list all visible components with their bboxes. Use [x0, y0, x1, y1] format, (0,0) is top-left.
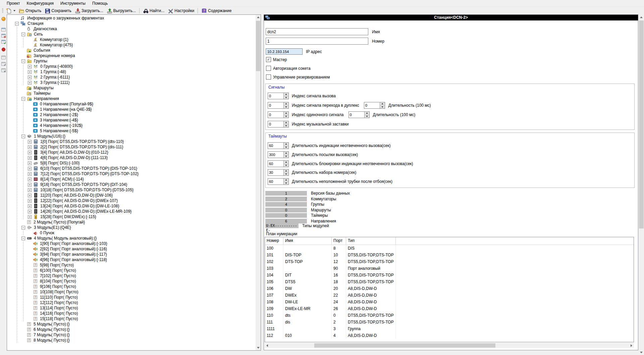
tree-item[interactable]: 1[90] Порт( Порт аналоговый):{-103} — [15, 241, 255, 246]
tree-scrollbar[interactable] — [256, 15, 261, 350]
expand-icon[interactable]: + — [28, 210, 32, 213]
expand-icon[interactable]: + — [28, 156, 32, 160]
horizontal-scrollbar[interactable] — [265, 343, 634, 348]
tree-item[interactable]: ?14[116] Порт( Пусто) — [15, 311, 255, 316]
upload-button[interactable]: Выгрузить... — [105, 7, 138, 14]
toolbar-grip[interactable] — [2, 8, 3, 13]
spin-up-icon[interactable] — [365, 112, 369, 115]
scroll-left-icon[interactable] — [265, 343, 270, 348]
spin-down-icon[interactable] — [284, 115, 288, 118]
spin-down-icon[interactable] — [284, 164, 288, 167]
expand-icon[interactable]: + — [28, 215, 32, 219]
table-row[interactable]: 1120104A8,DIS-D,DW-D — [265, 332, 634, 339]
tree-item[interactable]: +12[22] Порт( A8,DIS-D,DW-D):{DWEx-107} — [15, 198, 255, 203]
tree-item[interactable]: Запрещенные номера — [15, 53, 255, 58]
menu-item-1[interactable]: Проект — [3, 0, 23, 7]
call-signal-index-spinner[interactable]: 0 — [268, 93, 289, 99]
tree-item[interactable]: ?5 Модуль( Пусто):{} — [15, 321, 255, 327]
tree-item[interactable]: Коммутатор:{475} — [15, 42, 255, 48]
tree-item[interactable]: −4 Модуль( Модуль аналоговый):{} — [15, 236, 255, 241]
grid-gray-2-icon[interactable] — [1, 61, 6, 66]
table-row[interactable]: 102DTS-TOP12DTS5,DIS-TOP,DTS-TOP — [265, 258, 634, 265]
table-row[interactable]: 11113Группа — [265, 325, 634, 332]
scroll-down-icon[interactable] — [639, 350, 644, 355]
menu-item-3[interactable]: Инструменты — [57, 0, 89, 7]
scroll-down-icon[interactable] — [256, 345, 261, 350]
tree-item[interactable]: 0 Пучок — [15, 230, 255, 236]
call-send-duration-spinner[interactable]: 300 — [268, 151, 289, 158]
tree-item[interactable]: −3 Модуль(E1):{Q4E} — [15, 225, 255, 230]
tree-item[interactable]: −Группы — [15, 58, 255, 64]
expand-icon[interactable]: + — [28, 204, 32, 208]
tree-item[interactable]: −Сеть — [15, 32, 255, 37]
tree-item[interactable]: +10[18] Порт( DTS5,DIS-TOP,DTS-TOP):{DTS… — [15, 187, 255, 193]
tree-item[interactable]: +6[10] Порт( DTS5,DIS-TOP,DTS-TOP):{DIS-… — [15, 166, 255, 171]
scrollbar-thumb[interactable] — [639, 20, 644, 229]
column-header-1[interactable]: Номер — [265, 237, 283, 245]
expand-icon[interactable]: + — [28, 140, 32, 144]
tree-item[interactable]: 4 Направление:{-192$} — [15, 123, 255, 128]
tree-item[interactable]: ?12[112] Порт( Пусто) — [15, 300, 255, 305]
column-header-2[interactable]: Имя — [283, 237, 332, 245]
open-button[interactable]: Открыть — [17, 7, 43, 14]
tree-item[interactable]: +1[0] Порт( DTS5,DIS-TOP,DTS-TOP):{dts-1… — [15, 139, 255, 144]
expand-icon[interactable]: + — [28, 145, 32, 149]
expand-icon[interactable]: + — [28, 161, 32, 165]
spin-up-icon[interactable] — [284, 143, 288, 146]
tree-item[interactable]: ?9[106] Порт( Пусто) — [15, 284, 255, 289]
single-signal-index-spinner[interactable]: 0 — [268, 111, 289, 118]
tree-item[interactable]: ?7 Модуль( Пусто):{} — [15, 332, 255, 338]
scroll-right-icon[interactable] — [629, 343, 634, 348]
spin-up-icon[interactable] — [284, 93, 288, 96]
status-lamp-icon[interactable] — [1, 16, 6, 21]
spin-up-icon[interactable] — [284, 121, 288, 124]
tree-item[interactable]: +14[26] Порт( A8,DIS-D,DW-D):{DWEx-LE-MR… — [15, 209, 255, 214]
spin-down-icon[interactable] — [284, 173, 288, 176]
record-icon[interactable] — [1, 47, 6, 52]
collapse-icon[interactable]: − — [21, 97, 25, 101]
table-row[interactable]: 105DTS518DTS5,DIS-TOP,DTS-TOP — [265, 278, 634, 285]
expand-icon[interactable]: + — [28, 188, 32, 192]
tree-item[interactable]: +11[20] Порт( A8,DIS-D,DW-D):{DW-106} — [15, 193, 255, 198]
expand-icon[interactable]: + — [28, 81, 32, 85]
tree-item[interactable]: −1 Модуль(U16):{} — [15, 134, 255, 139]
tree-item[interactable]: Маршруты — [15, 85, 255, 91]
tree-item[interactable]: ?6[100] Порт( Пусто) — [15, 268, 255, 273]
tree-item[interactable]: ?8 Модуль( Пусто):{} — [15, 338, 255, 343]
spin-up-icon[interactable] — [284, 161, 288, 164]
tree-item[interactable]: +9[16] Порт( DTS5,DIS-TOP,DTS-TOP):{DIT-… — [15, 182, 255, 187]
spin-down-icon[interactable] — [284, 124, 288, 128]
table-row[interactable]: 111dis2DTS5,DIS-TOP,DTS-TOP — [265, 319, 634, 325]
single-duration-spinner[interactable]: 0 — [348, 111, 370, 118]
tree-item[interactable]: +15[28] Порт( DW;DWEx):{-115} — [15, 214, 255, 219]
collapse-icon[interactable]: − — [21, 59, 25, 63]
expand-icon[interactable]: + — [28, 178, 32, 181]
duplex-duration-spinner[interactable]: 0 — [364, 102, 385, 109]
scrollbar-thumb[interactable] — [314, 343, 495, 348]
table-red-icon[interactable] — [1, 33, 6, 38]
tree-item[interactable]: +1 Группа:{-48} — [15, 69, 255, 74]
spin-down-icon[interactable] — [380, 106, 385, 109]
name-field[interactable] — [266, 28, 368, 35]
tree-item[interactable]: +0 Группа:{-40800} — [15, 64, 255, 69]
table-blue-icon[interactable] — [1, 27, 6, 32]
table-row[interactable]: 110dts0DTS5,DIS-TOP,DTS-TOP — [265, 312, 634, 319]
expand-icon[interactable]: + — [28, 75, 32, 79]
expand-icon[interactable]: + — [28, 151, 32, 154]
spin-down-icon[interactable] — [284, 182, 288, 185]
expand-icon[interactable]: + — [28, 172, 32, 176]
collapse-icon[interactable]: − — [15, 22, 19, 26]
expand-icon[interactable]: + — [28, 199, 32, 203]
tree-item[interactable]: ?7[102] Порт( Пусто) — [15, 273, 255, 278]
spin-up-icon[interactable] — [284, 169, 288, 173]
collapse-icon[interactable]: − — [21, 33, 25, 36]
table-row[interactable]: 1008DIS — [265, 245, 634, 252]
table-row[interactable]: 10390Порт аналоговый — [265, 265, 634, 272]
tree-item[interactable]: −Направления — [15, 96, 255, 101]
tree-item[interactable]: +2[2] Порт( DTS5,DIS-TOP,DTS-TOP):{dis-1… — [15, 144, 255, 150]
tree-item[interactable]: 3[94] Порт( Порт аналоговый):{-117} — [15, 252, 255, 257]
tree-item[interactable]: Коммутатор:{1} — [15, 37, 255, 42]
indication-block-spinner[interactable]: 60 — [268, 160, 289, 167]
collapse-icon[interactable]: − — [21, 226, 25, 230]
spin-up-icon[interactable] — [284, 112, 288, 115]
